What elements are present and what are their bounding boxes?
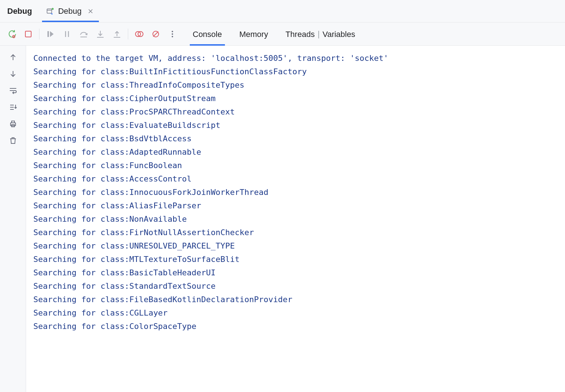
console-line: Searching for class:BsdVtblAccess [33, 132, 558, 145]
console-line: Searching for class:ThreadInfoCompositeT… [33, 78, 558, 92]
console-output[interactable]: Connected to the target VM, address: 'lo… [26, 46, 565, 392]
svg-rect-0 [47, 9, 52, 13]
tool-window-title: Debug [7, 7, 32, 16]
pause-program-icon[interactable] [63, 30, 71, 38]
svg-point-10 [172, 33, 173, 35]
more-actions-icon[interactable] [168, 30, 177, 38]
svg-point-1 [52, 8, 54, 10]
svg-rect-5 [47, 31, 49, 37]
console-line: Searching for class:AliasFileParser [33, 199, 558, 212]
console-line: Searching for class:MTLTextureToSurfaceB… [33, 253, 558, 266]
print-icon[interactable] [9, 120, 17, 128]
debugger-view-tabs: Console Memory Threads | Variables [191, 24, 357, 44]
svg-point-9 [172, 31, 173, 32]
console-line: Searching for class:FirNotNullAssertionC… [33, 226, 558, 239]
toolbar-separator [39, 29, 39, 39]
console-line: Searching for class:FuncBoolean [33, 159, 558, 172]
clear-all-icon[interactable] [9, 136, 17, 145]
scroll-up-icon[interactable] [9, 53, 17, 62]
debug-run-configuration-icon [46, 7, 54, 15]
console-line: Searching for class:BuiltInFictitiousFun… [33, 65, 558, 78]
tab-debug-session[interactable]: Debug [42, 0, 99, 22]
stop-icon[interactable] [24, 30, 33, 38]
soft-wrap-icon[interactable] [9, 86, 17, 95]
view-tab-threads[interactable]: Threads [284, 24, 315, 44]
console-line: Searching for class:UNRESOLVED_PARCEL_TY… [33, 239, 558, 253]
console-line: Searching for class:InnocuousForkJoinWor… [33, 185, 558, 199]
view-tab-console[interactable]: Console [191, 24, 223, 44]
svg-rect-4 [25, 31, 31, 37]
svg-point-3 [13, 36, 14, 37]
debug-tool-window-header: Debug Debug [0, 0, 565, 22]
step-over-icon[interactable] [79, 30, 88, 38]
debugger-toolbar: Console Memory Threads | Variables [0, 22, 565, 46]
console-line: Searching for class:NonAvailable [33, 212, 558, 226]
tab-group-separator: | [318, 29, 320, 39]
toolbar-separator [128, 29, 128, 39]
console-line: Searching for class:FileBasedKotlinDecla… [33, 293, 558, 306]
console-line: Searching for class:StandardTextSource [33, 279, 558, 293]
console-line: Searching for class:AccessControl [33, 172, 558, 185]
step-into-icon[interactable] [96, 30, 105, 38]
console-line: Searching for class:ProcSPARCThreadConte… [33, 105, 558, 118]
tab-label: Debug [58, 7, 81, 16]
console-line: Connected to the target VM, address: 'lo… [33, 51, 558, 65]
step-out-icon[interactable] [113, 30, 121, 38]
mute-breakpoints-icon[interactable] [151, 30, 160, 38]
view-tab-variables[interactable]: Variables [323, 24, 357, 44]
scroll-down-icon[interactable] [9, 70, 17, 78]
view-tab-memory[interactable]: Memory [238, 24, 269, 44]
console-line: Searching for class:CipherOutputStream [33, 92, 558, 105]
console-line: Searching for class:CGLLayer [33, 306, 558, 320]
resume-program-icon[interactable] [46, 30, 55, 38]
console-line: Searching for class:BasicTableHeaderUI [33, 266, 558, 279]
console-line: Searching for class:EvaluateBuildscript [33, 118, 558, 132]
console-line: Searching for class:ColorSpaceType [33, 320, 558, 333]
console-line: Searching for class:AdaptedRunnable [33, 145, 558, 159]
svg-point-11 [172, 36, 173, 37]
rerun-icon[interactable] [7, 30, 16, 38]
close-tab-icon[interactable] [88, 9, 93, 14]
scroll-to-end-icon[interactable] [9, 103, 17, 112]
view-breakpoints-icon[interactable] [135, 30, 143, 38]
console-gutter [0, 46, 26, 392]
